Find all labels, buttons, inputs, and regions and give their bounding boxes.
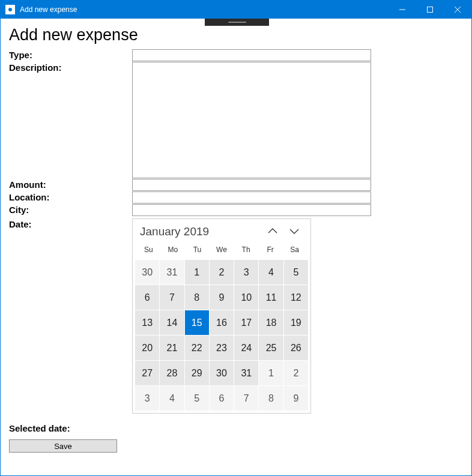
city-input[interactable]: [132, 204, 371, 216]
app-icon: [5, 5, 15, 14]
calendar-day-cell[interactable]: 25: [259, 336, 283, 360]
description-input[interactable]: [132, 62, 371, 178]
calendar-day-cell[interactable]: 28: [160, 361, 184, 385]
calendar-day-cell[interactable]: 17: [234, 310, 258, 335]
calendar-day-cell[interactable]: 31: [160, 260, 184, 285]
calendar-day-cell[interactable]: 7: [234, 386, 258, 411]
amount-input[interactable]: [132, 179, 371, 191]
calendar-day-cell[interactable]: 24: [234, 336, 258, 360]
calendar-day-cell[interactable]: 21: [160, 336, 184, 360]
calendar-day-cell[interactable]: 5: [185, 386, 209, 411]
calendar-day-cell[interactable]: 30: [135, 260, 159, 285]
calendar-month-label[interactable]: January 2019: [140, 225, 267, 238]
calendar-day-cell[interactable]: 12: [284, 285, 308, 310]
calendar-day-cell[interactable]: 1: [185, 260, 209, 285]
calendar-day-cell[interactable]: 3: [234, 260, 258, 285]
calendar-day-cell[interactable]: 19: [284, 310, 308, 335]
calendar-day-cell[interactable]: 16: [210, 310, 234, 335]
calendar-day-cell[interactable]: 22: [185, 336, 209, 360]
calendar-day-cell[interactable]: 9: [284, 386, 308, 411]
calendar-day-cell[interactable]: 6: [210, 386, 234, 411]
calendar-day-cell[interactable]: 6: [135, 285, 159, 310]
description-label: Description:: [9, 62, 132, 73]
calendar-day-cell[interactable]: 29: [185, 361, 209, 385]
date-picker[interactable]: January 2019 SuMoTuWeThFrSa 303112345678…: [132, 218, 311, 414]
calendar-day-cell[interactable]: 11: [259, 285, 283, 310]
calendar-next-button[interactable]: [289, 227, 300, 236]
amount-label: Amount:: [9, 179, 132, 190]
type-input[interactable]: [132, 49, 371, 61]
location-label: Location:: [9, 191, 132, 202]
city-label: City:: [9, 204, 132, 215]
calendar-day-header: Fr: [258, 243, 283, 256]
date-label: Date:: [9, 218, 132, 229]
minimize-button[interactable]: [389, 1, 416, 19]
svg-point-0: [8, 8, 12, 11]
calendar-day-cell[interactable]: 1: [259, 361, 283, 385]
calendar-day-cell[interactable]: 10: [234, 285, 258, 310]
type-label: Type:: [9, 49, 132, 60]
calendar-day-cell[interactable]: 15: [185, 310, 209, 335]
calendar-day-header: Tu: [185, 243, 210, 256]
calendar-prev-button[interactable]: [267, 227, 278, 236]
tablet-handle-bar: [205, 19, 269, 26]
location-input[interactable]: [132, 191, 371, 203]
calendar-day-cell[interactable]: 2: [284, 361, 308, 385]
titlebar: Add new expense: [1, 1, 471, 19]
calendar-day-cell[interactable]: 23: [210, 336, 234, 360]
calendar-day-cell[interactable]: 14: [160, 310, 184, 335]
selected-date-label: Selected date:: [9, 423, 463, 433]
calendar-day-cell[interactable]: 2: [210, 260, 234, 285]
calendar-day-cell[interactable]: 27: [135, 361, 159, 385]
save-button[interactable]: Save: [9, 439, 117, 453]
calendar-day-cell[interactable]: 8: [185, 285, 209, 310]
calendar-day-cell[interactable]: 3: [135, 386, 159, 411]
calendar-day-header: Th: [234, 243, 258, 256]
calendar-day-header: Sa: [282, 243, 307, 256]
calendar-day-cell[interactable]: 5: [284, 260, 308, 285]
calendar-day-cell[interactable]: 13: [135, 310, 159, 335]
calendar-day-cell[interactable]: 8: [259, 386, 283, 411]
window-title: Add new expense: [20, 5, 389, 14]
page-title: Add new expense: [9, 26, 463, 44]
close-button[interactable]: [444, 1, 471, 19]
calendar-day-cell[interactable]: 4: [259, 260, 283, 285]
calendar-day-header: Su: [136, 243, 161, 256]
calendar-day-cell[interactable]: 20: [135, 336, 159, 360]
calendar-day-header: Mo: [161, 243, 186, 256]
svg-rect-2: [428, 7, 433, 13]
maximize-button[interactable]: [416, 1, 444, 19]
calendar-day-cell[interactable]: 18: [259, 310, 283, 335]
calendar-day-cell[interactable]: 31: [234, 361, 258, 385]
calendar-day-cell[interactable]: 30: [210, 361, 234, 385]
calendar-day-cell[interactable]: 4: [160, 386, 184, 411]
calendar-day-cell[interactable]: 9: [210, 285, 234, 310]
calendar-day-cell[interactable]: 26: [284, 336, 308, 360]
calendar-day-header: We: [210, 243, 234, 256]
calendar-day-cell[interactable]: 7: [160, 285, 184, 310]
